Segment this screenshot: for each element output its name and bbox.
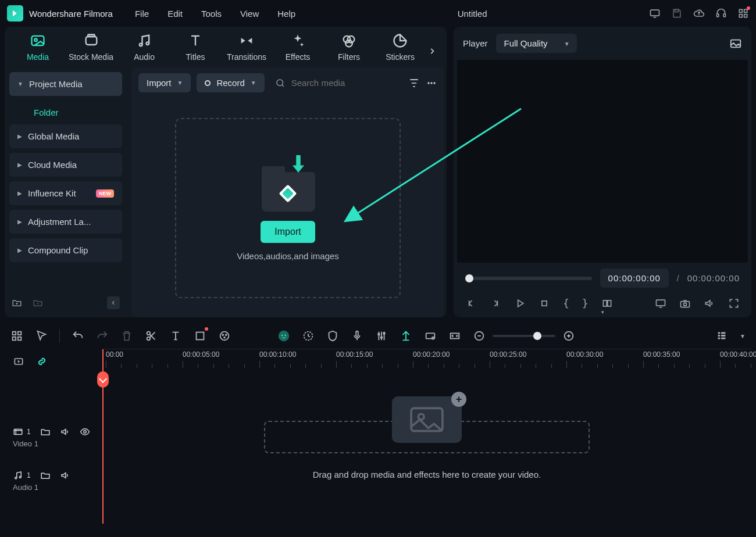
menu-edit[interactable]: Edit [167, 9, 183, 19]
volume-icon[interactable] [704, 298, 715, 309]
chevron-right-icon: ▶ [17, 133, 22, 139]
svg-point-45 [378, 334, 380, 335]
tab-transitions[interactable]: Transitions [226, 33, 267, 62]
folder-icon[interactable] [40, 470, 51, 481]
apps-icon[interactable] [737, 8, 749, 19]
menu-file[interactable]: File [135, 9, 149, 19]
new-folder-icon[interactable] [12, 298, 22, 308]
svg-rect-44 [356, 331, 358, 336]
menu-view[interactable]: View [240, 9, 259, 19]
svg-point-38 [226, 334, 227, 335]
undo-icon[interactable] [72, 330, 84, 342]
tab-effects[interactable]: Effects [277, 33, 318, 62]
save-icon[interactable] [671, 8, 683, 19]
mute-icon[interactable] [60, 470, 70, 481]
text-icon[interactable] [169, 330, 182, 342]
zoom-in-icon[interactable] [562, 330, 575, 342]
collapse-sidebar-icon[interactable] [107, 296, 120, 309]
next-frame-icon[interactable] [490, 298, 501, 309]
tab-stickers[interactable]: Stickers [380, 33, 420, 62]
import-dropzone[interactable]: Import Videos,audios,and images [175, 118, 401, 298]
svg-point-47 [383, 332, 385, 334]
folder-icon[interactable] [40, 427, 51, 437]
tab-audio[interactable]: Audio [124, 33, 165, 62]
fullscreen-icon[interactable] [728, 298, 740, 309]
svg-point-36 [220, 332, 229, 341]
ai-icon[interactable] [277, 330, 290, 342]
sidebar-cloud-media[interactable]: ▶Cloud Media [9, 153, 122, 177]
svg-rect-8 [32, 36, 44, 45]
sidebar-project-media[interactable]: ▼ Project Media [9, 72, 122, 96]
tab-filters[interactable]: Filters [329, 33, 369, 62]
svg-rect-30 [18, 332, 22, 335]
chevron-down-icon: ▼ [177, 80, 183, 86]
tab-stock-media[interactable]: Stock Media [69, 33, 113, 62]
marker-icon[interactable] [400, 330, 412, 342]
tab-media[interactable]: Media [17, 33, 58, 62]
sidebar-folder[interactable]: Folder [9, 101, 122, 124]
cloud-upload-icon[interactable] [693, 8, 705, 19]
app-name: Wondershare Filmora [29, 9, 113, 19]
dropzone-hint: Videos,audios,and images [237, 251, 339, 261]
folder-remove-icon[interactable] [33, 298, 43, 308]
mic-icon[interactable] [351, 330, 363, 342]
transitions-icon [238, 33, 255, 49]
crop-icon[interactable] [194, 330, 206, 342]
svg-point-62 [15, 477, 17, 479]
titles-icon [187, 33, 204, 49]
link-icon[interactable] [36, 356, 48, 367]
mixer-icon[interactable] [375, 330, 388, 342]
snapshot-icon[interactable] [729, 37, 742, 50]
import-button[interactable]: Import [261, 221, 315, 243]
player-canvas [457, 60, 748, 263]
add-track-icon[interactable] [13, 356, 24, 367]
color-icon[interactable] [218, 330, 231, 342]
tabs-more-icon[interactable] [428, 44, 436, 58]
eye-icon[interactable] [80, 427, 90, 437]
mute-icon[interactable] [60, 427, 70, 437]
fit-icon[interactable] [448, 330, 461, 342]
zoom-slider[interactable] [493, 335, 555, 337]
support-icon[interactable] [715, 8, 727, 19]
camera-icon[interactable] [679, 298, 691, 309]
sidebar-compound-clip[interactable]: ▶Compound Clip [9, 238, 122, 262]
video-track-head: 1 Video 1 [5, 421, 102, 454]
play-icon[interactable] [514, 298, 526, 309]
layout-icon[interactable] [10, 330, 23, 342]
filter-icon[interactable] [408, 77, 420, 89]
monitor-icon[interactable] [655, 298, 666, 309]
media-placeholder[interactable]: + [392, 396, 462, 443]
mark-in-icon[interactable]: { [563, 297, 569, 309]
track-view-icon[interactable] [715, 330, 728, 342]
keyframe-icon[interactable] [424, 330, 437, 342]
timeline-ruler[interactable]: 00:0000:00:05:0000:00:10:0000:00:15:0000… [102, 349, 751, 374]
compare-icon[interactable]: ▾ [601, 298, 613, 309]
sidebar-adjustment-layer[interactable]: ▶Adjustment La... [9, 210, 122, 234]
speed-icon[interactable] [302, 330, 315, 342]
cursor-icon[interactable] [35, 330, 48, 342]
prev-frame-icon[interactable] [465, 298, 477, 309]
stop-icon[interactable] [539, 298, 550, 309]
tab-titles[interactable]: Titles [175, 33, 216, 62]
chevron-down-icon: ▼ [564, 41, 570, 47]
mask-icon[interactable] [326, 330, 339, 342]
time-slider[interactable] [465, 277, 592, 280]
delete-icon[interactable] [120, 330, 133, 342]
menu-tools[interactable]: Tools [201, 9, 222, 19]
sidebar-global-media[interactable]: ▶Global Media [9, 124, 122, 148]
display-icon[interactable] [649, 8, 661, 19]
split-icon[interactable] [145, 330, 158, 342]
search-input[interactable] [291, 78, 398, 88]
add-media-icon[interactable]: + [451, 392, 466, 407]
zoom-out-icon[interactable] [473, 330, 486, 342]
search-icon[interactable] [275, 78, 286, 88]
mark-out-icon[interactable]: } [582, 297, 589, 309]
redo-icon[interactable] [96, 330, 109, 342]
quality-dropdown[interactable]: Full Quality▼ [496, 34, 577, 53]
record-dropdown[interactable]: Record▼ [197, 73, 264, 92]
sidebar-influence-kit[interactable]: ▶Influence KitNEW [9, 181, 122, 205]
chevron-down-icon[interactable]: ▼ [740, 333, 746, 339]
menu-help[interactable]: Help [277, 9, 295, 19]
import-dropdown[interactable]: Import▼ [138, 73, 191, 92]
more-icon[interactable] [426, 77, 437, 89]
